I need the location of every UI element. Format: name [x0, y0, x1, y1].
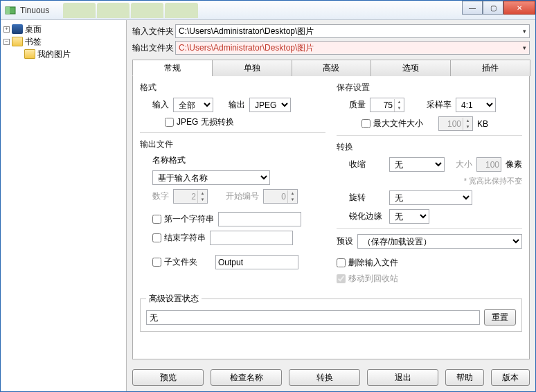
sharpen-label: 锐化边缘 — [349, 211, 385, 222]
tree-label: 桌面 — [25, 24, 42, 35]
name-format-select[interactable]: 基于输入名称 — [152, 170, 270, 185]
folder-icon — [12, 37, 23, 46]
shrink-label: 收缩 — [349, 159, 385, 170]
first-string-input[interactable] — [218, 212, 301, 226]
name-format-label: 名称格式 — [152, 154, 186, 166]
maxsize-checkbox[interactable]: 最大文件大小 — [361, 118, 423, 130]
titlebar: Tinuous — ▢ ✕ — [1, 1, 535, 20]
output-folder-combo[interactable]: C:\Users\Administrator\Desktop\图片 ▾ — [175, 41, 530, 55]
sample-label: 采样率 — [427, 99, 452, 111]
bg-tab — [63, 3, 96, 18]
tree-label: 我的图片 — [37, 48, 71, 60]
tab-options[interactable]: 选项 — [370, 60, 451, 76]
tree-item-mypics[interactable]: 我的图片 — [2, 48, 125, 60]
tab-advanced[interactable]: 高级 — [292, 60, 372, 76]
tree-label: 书签 — [25, 36, 42, 48]
convert-group-title: 转换 — [337, 141, 522, 153]
output-folder-value: C:\Users\Administrator\Desktop\图片 — [179, 42, 314, 54]
input-folder-label: 输入文件夹 — [132, 26, 175, 37]
digits-spinner: ▲▼ — [173, 189, 208, 204]
maxsize-spinner: ▲▼ — [438, 116, 473, 131]
output-format-select[interactable]: JPEG — [249, 98, 291, 112]
jpeg-lossless-checkbox[interactable]: JPEG 无损转换 — [165, 116, 234, 128]
chevron-down-icon: ▾ — [523, 44, 526, 51]
size-spinner — [476, 157, 501, 172]
tab-plugins[interactable]: 插件 — [450, 60, 530, 76]
input-folder-combo[interactable]: C:\Users\Administrator\Desktop\图片 ▾ — [175, 24, 530, 38]
recycle-checkbox: 移动到回收站 — [337, 273, 398, 285]
folder-icon — [24, 49, 35, 59]
chevron-down-icon: ▾ — [523, 28, 526, 35]
quality-spinner[interactable]: ▲▼ — [370, 98, 404, 112]
kb-label: KB — [477, 119, 488, 129]
advanced-status-fieldset: 高级设置状态 无 重置 — [140, 293, 522, 332]
bg-tab — [97, 3, 129, 18]
version-button[interactable]: 版本 — [491, 369, 530, 386]
tree-item-desktop[interactable]: + 桌面 — [2, 23, 125, 35]
exit-button[interactable]: 退出 — [367, 369, 438, 386]
general-panel: 格式 输入 全部 输出 JPEG JPEG 无损转换 输出文件 — [132, 76, 530, 359]
advanced-status-legend: 高级设置状态 — [146, 293, 202, 305]
format-group-title: 格式 — [140, 82, 325, 93]
first-string-checkbox[interactable]: 第一个字符串 — [152, 213, 214, 225]
tree-item-bookmarks[interactable]: − 书签 — [2, 35, 125, 48]
startnum-label: 开始编号 — [226, 190, 259, 202]
reset-button[interactable]: 重置 — [484, 309, 516, 326]
end-string-checkbox[interactable]: 结束字符串 — [152, 232, 206, 244]
svg-rect-1 — [6, 7, 10, 14]
bg-tab — [131, 3, 163, 18]
preset-label: 预设 — [337, 235, 353, 247]
tab-single[interactable]: 单独 — [212, 60, 292, 76]
output-folder-label: 输出文件夹 — [132, 42, 175, 54]
minimize-button[interactable]: — — [462, 1, 483, 15]
save-group-title: 保存设置 — [337, 82, 522, 93]
rotate-label: 旋转 — [349, 192, 385, 204]
convert-button[interactable]: 转换 — [289, 369, 360, 386]
outfile-group-title: 输出文件 — [140, 139, 325, 150]
startnum-spinner: ▲▼ — [263, 189, 298, 204]
expand-icon[interactable]: + — [3, 26, 10, 33]
quality-label: 质量 — [349, 99, 366, 111]
output-format-label: 输出 — [229, 99, 245, 111]
input-format-select[interactable]: 全部 — [173, 98, 213, 112]
maximize-button[interactable]: ▢ — [483, 1, 503, 15]
size-label: 大小 — [456, 159, 472, 170]
digits-label: 数字 — [152, 190, 169, 202]
desktop-icon — [12, 24, 23, 34]
subfolder-input[interactable] — [215, 255, 298, 269]
preset-select[interactable]: （保存/加载设置） — [357, 234, 522, 249]
sample-select[interactable]: 4:1 — [456, 98, 496, 112]
shrink-select[interactable]: 无 — [389, 157, 445, 172]
px-label: 像素 — [506, 159, 522, 170]
app-icon — [5, 5, 16, 16]
advanced-status-value: 无 — [146, 310, 480, 325]
rotate-select[interactable]: 无 — [389, 190, 472, 205]
delete-input-checkbox[interactable]: 删除输入文件 — [337, 257, 398, 269]
tab-bar: 常规 单独 高级 选项 插件 — [132, 59, 530, 76]
input-folder-value: C:\Users\Administrator\Desktop\图片 — [179, 26, 314, 37]
ratio-hint: * 宽高比保持不变 — [464, 176, 522, 186]
end-string-input[interactable] — [210, 231, 293, 245]
window-title: Tinuous — [20, 6, 49, 15]
bg-tab — [165, 3, 197, 18]
tab-general[interactable]: 常规 — [132, 60, 213, 76]
collapse-icon[interactable]: − — [3, 39, 10, 45]
preview-button[interactable]: 预览 — [132, 369, 204, 386]
input-format-label: 输入 — [152, 99, 169, 111]
help-button[interactable]: 帮助 — [445, 369, 484, 386]
check-name-button[interactable]: 检查名称 — [211, 369, 282, 386]
close-button[interactable]: ✕ — [503, 1, 535, 15]
sharpen-select[interactable]: 无 — [389, 209, 429, 224]
subfolder-checkbox[interactable]: 子文件夹 — [152, 256, 197, 268]
folder-tree: + 桌面 − 书签 我的图片 — [1, 20, 127, 391]
bottom-toolbar: 预览 检查名称 转换 退出 帮助 版本 — [127, 364, 535, 391]
